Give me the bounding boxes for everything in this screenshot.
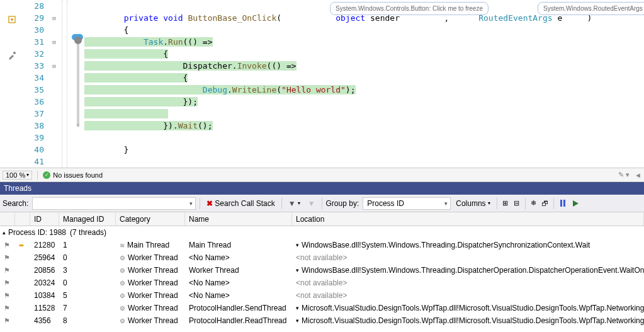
thread-name: <No Name> [185, 289, 292, 302]
inline-hint[interactable]: System.Windows.Controls.Button: Click me… [330, 2, 489, 15]
code-editor[interactable]: 2829303132333435363738394041 ⊟⊟⊟ ✕ priva… [0, 0, 644, 168]
flag-icon[interactable]: ⚑ [4, 292, 10, 300]
code-line[interactable]: Task.Run(() => [59, 36, 644, 48]
code-line[interactable]: private void ButtonBase_OnClick( object … [59, 12, 644, 24]
location-text: Microsoft.VisualStudio.DesignTools.WpfTa… [302, 304, 644, 312]
category-text: Worker Thread [128, 253, 178, 262]
chevron-down-icon[interactable]: ▾ [296, 305, 299, 311]
thread-row[interactable]: ⚑115287⚙Worker ThreadProtocolHandler.Sen… [0, 302, 644, 314]
code-line[interactable]: { [59, 72, 644, 84]
thread-row[interactable]: ⚑259640⚙Worker Thread<No Name><not avail… [0, 251, 644, 264]
collapse-icon[interactable]: ⊟ [512, 197, 521, 210]
funnel-icon: ▼ [308, 199, 315, 208]
fold-toggle[interactable]: ⊟ [49, 12, 59, 24]
group-count: (7 threads) [70, 228, 106, 237]
code-line[interactable]: { [59, 48, 644, 60]
editor-status-bar: 100 % ▾ ✓ No issues found ✎ ▾ ◄ [0, 168, 644, 182]
thread-row[interactable]: ⚑103845⚙Worker Thread<No Name><not avail… [0, 289, 644, 302]
thread-row[interactable]: ⚑203240⚙Worker Thread<No Name><not avail… [0, 277, 644, 289]
brush-icon[interactable]: ✎ ▾ [618, 171, 630, 179]
threads-panel-title[interactable]: Threads [0, 182, 644, 195]
threads-grid-header[interactable]: ID Managed ID Category Name Location [0, 212, 644, 226]
pause-button[interactable] [558, 197, 568, 210]
col-id[interactable]: ID [30, 212, 59, 226]
groupby-combo[interactable]: Process ID [363, 197, 451, 210]
line-number: 41 [24, 156, 44, 168]
location-text: <not available> [296, 278, 347, 287]
expand-icon[interactable]: ⊞ [501, 197, 510, 210]
managed-id: 3 [59, 264, 116, 277]
flag-icon[interactable]: ⚑ [4, 254, 10, 262]
location-text: WindowsBase.dll!System.Windows.Threading… [302, 266, 644, 275]
filter-button[interactable]: ▼▾ [286, 197, 303, 210]
thread-row[interactable]: ⚑43568⚙Worker ThreadProtocolHandler.Read… [0, 314, 644, 327]
line-number: 38 [24, 120, 44, 132]
threads-grid-body[interactable]: ⚑➨212801≋Main ThreadMain Thread▾WindowsB… [0, 239, 644, 327]
flag-icon[interactable]: ⚑ [4, 279, 10, 287]
inline-hint[interactable]: System.Windows.RoutedEventArgs [538, 2, 644, 15]
chevron-up-icon[interactable]: ▴ [3, 229, 6, 236]
thread-row[interactable]: ⚑➨212801≋Main ThreadMain Thread▾WindowsB… [0, 239, 644, 251]
chevron-down-icon[interactable]: ▾ [296, 242, 299, 248]
gear-icon: ⚙ [120, 305, 125, 312]
play-icon [573, 200, 579, 207]
group-row[interactable]: ▴ Process ID: 1988 (7 threads) [0, 226, 644, 239]
col-location[interactable]: Location [292, 212, 644, 226]
issues-text: No issues found [53, 171, 103, 179]
columns-button[interactable]: Columns▾ [453, 197, 492, 210]
fold-toggle[interactable]: ⊟ [49, 36, 59, 48]
clear-search-button[interactable]: ✖ Search Call Stack [204, 197, 277, 210]
col-category[interactable]: Category [116, 212, 185, 226]
code-line[interactable]: } [59, 144, 644, 156]
flag-icon[interactable]: ⚑ [4, 241, 10, 249]
col-managed-id[interactable]: Managed ID [59, 212, 116, 226]
svg-point-2 [13, 52, 16, 54]
issues-indicator[interactable]: ✓ No issues found [43, 171, 103, 179]
code-line[interactable]: }); [59, 96, 644, 108]
managed-id: 0 [59, 251, 116, 264]
code-line[interactable] [59, 156, 644, 168]
fold-toggle[interactable]: ⊟ [49, 60, 59, 72]
code-line[interactable] [59, 132, 644, 144]
search-input[interactable] [32, 197, 196, 210]
col-name[interactable]: Name [185, 212, 292, 226]
thread-name: <No Name> [185, 277, 292, 289]
location-text: <not available> [296, 291, 347, 300]
flag-icon[interactable]: ⚑ [4, 266, 10, 275]
x-icon: ✖ [206, 199, 213, 208]
freeze-threads-icon[interactable]: ❄ [529, 197, 538, 210]
fold-column[interactable]: ⊟⊟⊟ [49, 0, 59, 168]
code-line[interactable]: Debug.WriteLine("Hello world"); [59, 84, 644, 96]
continue-button[interactable] [570, 197, 581, 210]
managed-id: 1 [59, 239, 116, 251]
thread-name: Main Thread [185, 239, 292, 251]
flag-icon[interactable]: ⚑ [4, 304, 10, 312]
code-line[interactable]: { [59, 24, 644, 36]
code-line[interactable]: }).Wait(); [59, 120, 644, 132]
line-number: 29 [24, 12, 44, 24]
chevron-down-icon[interactable]: ▾ [296, 267, 299, 273]
managed-id: 5 [59, 289, 116, 302]
managed-id: 0 [59, 277, 116, 289]
location-text: <not available> [296, 253, 347, 262]
filter-disabled-button: ▼ [305, 197, 318, 210]
chevron-down-icon[interactable]: ▾ [296, 318, 299, 324]
editor-margin [0, 0, 24, 168]
thaw-threads-icon[interactable]: 🗗 [541, 197, 550, 210]
thread-row[interactable]: ⚑208563⚙Worker ThreadWorker Thread▾Windo… [0, 264, 644, 277]
thread-id: 25964 [30, 251, 59, 264]
svg-point-1 [11, 18, 13, 21]
flag-icon[interactable]: ⚑ [4, 317, 10, 325]
code-text-area[interactable]: ✕ private void ButtonBase_OnClick( objec… [59, 0, 644, 168]
thread-name: ProtocolHandler.SendThread [185, 302, 292, 314]
category-text: Worker Thread [128, 291, 178, 300]
zoom-level-combo[interactable]: 100 % ▾ [3, 171, 32, 180]
line-number: 32 [24, 48, 44, 60]
gear-icon: ⚙ [120, 280, 125, 287]
code-line[interactable]: Dispatcher.Invoke(() => [59, 60, 644, 72]
screwdriver-icon[interactable] [8, 51, 16, 60]
code-line[interactable] [59, 108, 644, 120]
threads-toolbar: Search: ✖ Search Call Stack ▼▾ ▼ Group b… [0, 195, 644, 212]
location-text: WindowsBase.dll!System.Windows.Threading… [302, 241, 590, 249]
thread-id: 20324 [30, 277, 59, 289]
